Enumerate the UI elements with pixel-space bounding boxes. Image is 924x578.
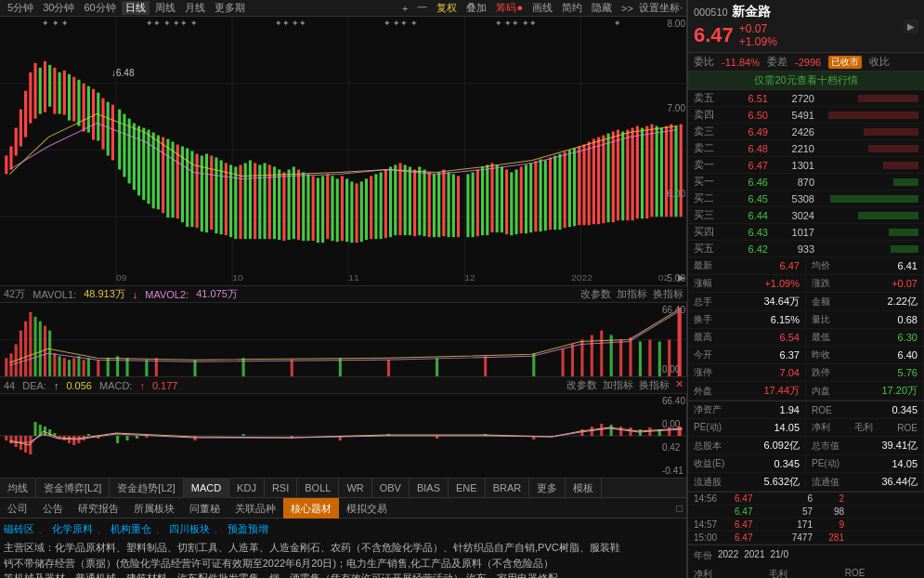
tab-kdj[interactable]: KDJ — [229, 478, 265, 498]
svg-rect-116 — [534, 161, 537, 231]
tab-zijin[interactable]: 资金博弈[L2] — [36, 478, 110, 498]
toolbar-restore[interactable]: 复权 — [433, 1, 461, 15]
svg-rect-239 — [639, 429, 642, 436]
vol-change-params[interactable]: 改参数 — [580, 287, 611, 301]
svg-rect-108 — [496, 164, 499, 232]
right-panel: 000510 新金路 6.47 +0.07 +1.09% ▶ 委比 -11.84… — [687, 0, 924, 578]
tab-ene[interactable]: ENE — [449, 478, 486, 498]
toolbar-more-period[interactable]: 更多期 — [211, 1, 249, 15]
secondary-tab-more[interactable]: □ — [676, 503, 686, 514]
svg-rect-38 — [152, 133, 155, 209]
stab-announcement[interactable]: 公告 — [35, 498, 71, 519]
tag-prediction[interactable]: 预盈预增 — [228, 522, 268, 536]
svg-rect-27 — [97, 93, 99, 141]
svg-rect-193 — [619, 340, 622, 377]
svg-text:11: 11 — [348, 272, 359, 282]
vol-chart-svg — [0, 303, 687, 376]
ob-sell-4: 卖四 6.50 5491 — [688, 107, 924, 124]
promo-banner[interactable]: 仅需20元查看十档行情 — [688, 72, 924, 90]
tab-boll[interactable]: BOLL — [297, 478, 339, 498]
mg-shouyie: 收益(E) 0.345 — [688, 455, 806, 473]
svg-text:09: 09 — [116, 272, 127, 282]
svg-rect-28 — [101, 99, 104, 150]
tab-rsi[interactable]: RSI — [265, 478, 297, 498]
macd-switch-indicator[interactable]: 换指标 — [639, 378, 670, 392]
macd-y-mid: 0.00 — [662, 419, 685, 429]
year-labels: 年份 2022 2021 21/0 — [688, 545, 924, 566]
toolbar-chips[interactable]: 筹码● — [492, 1, 527, 15]
toolbar-zoom-out[interactable]: 一 — [413, 1, 431, 15]
macd-change-params[interactable]: 改参数 — [566, 378, 597, 392]
dea-val: ↑ — [54, 380, 59, 391]
svg-rect-191 — [600, 331, 603, 376]
svg-rect-75 — [331, 176, 333, 241]
tab-trend[interactable]: 资金趋势[L2] — [110, 478, 183, 498]
tab-template[interactable]: 模板 — [566, 478, 602, 498]
svg-rect-51 — [215, 157, 217, 233]
tab-brar[interactable]: BRAR — [486, 478, 530, 498]
toolbar-zoom-in[interactable]: + — [398, 3, 411, 14]
stab-related[interactable]: 关联品种 — [228, 498, 283, 519]
tag-sichuan[interactable]: 四川板块 — [169, 522, 210, 536]
toolbar-30min[interactable]: 30分钟 — [39, 1, 78, 15]
toolbar-daily[interactable]: 日线 — [122, 1, 150, 15]
vol-add-indicator[interactable]: 加指标 — [617, 287, 647, 301]
toolbar-overlay[interactable]: 叠加 — [462, 1, 490, 15]
tag-cizhuanqu[interactable]: 磁砖区 — [4, 522, 34, 536]
tab-more[interactable]: 更多 — [529, 478, 566, 498]
svg-rect-10 — [15, 128, 18, 156]
toolbar-weekly[interactable]: 周线 — [151, 1, 179, 15]
stab-ask-board[interactable]: 问董秘 — [182, 498, 228, 519]
ob-sell-2: 卖二 6.48 2210 — [688, 140, 924, 157]
macd-close-btn[interactable]: ✕ — [675, 378, 683, 392]
tag-chemistry[interactable]: 化学原料 — [52, 522, 93, 536]
svg-rect-63 — [273, 166, 276, 239]
tab-macd[interactable]: MACD — [184, 478, 229, 498]
toolbar-more[interactable]: >> — [618, 3, 637, 14]
toolbar-5min[interactable]: 5分钟 — [4, 1, 37, 15]
svg-rect-141 — [656, 126, 658, 217]
toolbar-60min[interactable]: 60分钟 — [80, 1, 119, 15]
ob-buy-4: 买四 6.43 1017 — [688, 224, 924, 241]
stab-report[interactable]: 研究报告 — [71, 498, 126, 519]
tab-obv[interactable]: OBV — [372, 478, 410, 498]
toolbar-monthly[interactable]: 月线 — [181, 1, 209, 15]
tag-institution[interactable]: 机构重仓 — [111, 522, 151, 536]
svg-rect-162 — [39, 322, 42, 376]
svg-rect-185 — [484, 356, 487, 376]
toolbar-draw[interactable]: 画线 — [528, 1, 556, 15]
tab-bias[interactable]: BIAS — [410, 478, 449, 498]
stab-simulate[interactable]: 模拟交易 — [339, 498, 395, 519]
svg-rect-197 — [658, 341, 661, 376]
tab-maline[interactable]: 均线 — [0, 478, 36, 498]
mavol2-val: 41.075万 — [196, 287, 238, 301]
svg-rect-16 — [44, 61, 46, 112]
setup-coordinates-btn[interactable]: 设置坐标· — [639, 1, 683, 15]
svg-rect-46 — [190, 151, 193, 228]
mg-waipan: 外盘 17.44万 — [688, 382, 806, 401]
right-panel-toggle[interactable]: ▶ — [904, 20, 918, 33]
stab-company[interactable]: 公司 — [0, 498, 35, 519]
toolbar-simple[interactable]: 简约 — [558, 1, 586, 15]
ob-sell-1: 卖一 6.47 1301 — [688, 157, 924, 174]
svg-rect-82 — [365, 178, 368, 240]
svg-rect-226 — [242, 434, 245, 436]
toolbar-hide[interactable]: 隐藏 — [588, 1, 616, 15]
wei-bi-val: -11.84% — [722, 57, 760, 68]
macd-prefix-label: 44 — [4, 380, 15, 391]
svg-rect-177 — [145, 360, 148, 376]
svg-rect-237 — [619, 427, 622, 436]
vol-switch-indicator[interactable]: 换指标 — [653, 287, 683, 301]
svg-rect-195 — [639, 341, 642, 376]
svg-rect-69 — [302, 172, 305, 241]
macd-add-indicator[interactable]: 加指标 — [603, 378, 633, 392]
stab-board[interactable]: 所属板块 — [126, 498, 182, 519]
svg-rect-181 — [291, 360, 293, 376]
y-label-8: 8.00 — [668, 19, 685, 29]
tab-wr[interactable]: WR — [339, 478, 371, 498]
svg-rect-187 — [562, 348, 565, 376]
stab-core-theme[interactable]: 核心题材 — [283, 498, 339, 519]
svg-rect-168 — [68, 360, 71, 376]
svg-rect-172 — [87, 358, 90, 376]
wei-chai-label: 委差 — [767, 55, 787, 69]
